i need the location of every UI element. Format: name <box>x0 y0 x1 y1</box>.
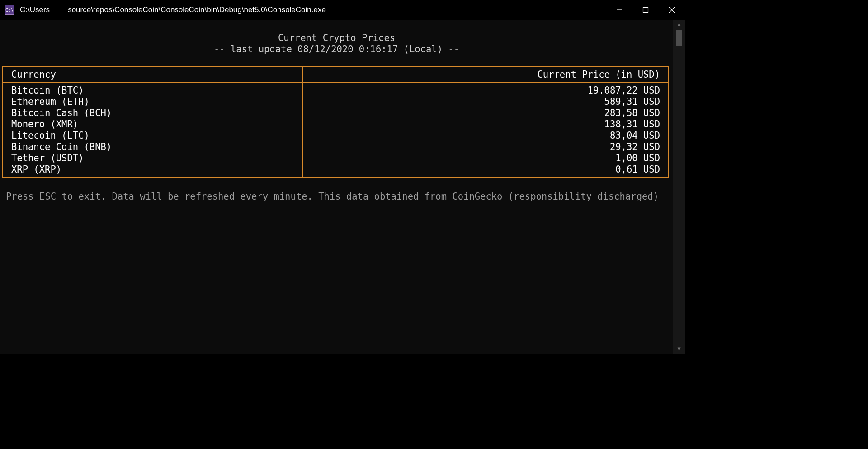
console-output: Current Crypto Prices-- last update 08/1… <box>0 20 673 354</box>
console-window: C:\ C:\Users source\repos\ConsoleCoin\Co… <box>0 0 685 354</box>
console-title: Current Crypto Prices <box>2 33 671 44</box>
currency-value: XRP (XRP) <box>11 164 294 175</box>
currency-value: Binance Coin (BNB) <box>11 141 294 153</box>
currency-value: Ethereum (ETH) <box>11 96 294 108</box>
close-button[interactable] <box>659 0 685 20</box>
scroll-up-arrow-icon[interactable]: ▲ <box>673 20 685 30</box>
title-users: C:\Users <box>20 5 50 14</box>
currency-value: Bitcoin (BTC) <box>11 85 294 96</box>
app-icon: C:\ <box>5 5 14 15</box>
col-price: Current Price (in USD) <box>302 67 669 83</box>
title-path: source\repos\ConsoleCoin\ConsoleCoin\bin… <box>68 5 326 14</box>
currency-value: Litecoin (LTC) <box>11 130 294 141</box>
maximize-icon <box>642 7 649 13</box>
price-cell: 19.087,22 USD589,31 USD283,58 USD138,31 … <box>302 83 669 178</box>
table-header-row: Currency Current Price (in USD) <box>3 67 669 83</box>
price-value: 589,31 USD <box>311 96 660 108</box>
price-value: 29,32 USD <box>311 141 660 153</box>
price-value: 283,58 USD <box>311 108 660 119</box>
price-value: 0,61 USD <box>311 164 660 175</box>
scrollbar[interactable]: ▲ ▼ <box>673 20 685 354</box>
console-subtitle: -- last update 08/12/2020 0:16:17 (Local… <box>2 44 671 55</box>
crypto-table: Currency Current Price (in USD) Bitcoin … <box>2 66 669 178</box>
price-value: 19.087,22 USD <box>311 85 660 96</box>
close-icon <box>669 7 675 13</box>
title-left: C:\ C:\Users <box>5 5 50 15</box>
currency-cell: Bitcoin (BTC)Ethereum (ETH)Bitcoin Cash … <box>3 83 302 178</box>
price-value: 83,04 USD <box>311 130 660 141</box>
maximize-button[interactable] <box>632 0 659 20</box>
scroll-thumb[interactable] <box>676 30 682 46</box>
scroll-down-arrow-icon[interactable]: ▼ <box>673 344 685 354</box>
col-currency: Currency <box>3 67 302 83</box>
footer-text: Press ESC to exit. Data will be refreshe… <box>6 191 671 202</box>
minimize-button[interactable] <box>606 0 632 20</box>
window-controls <box>606 0 685 20</box>
price-value: 138,31 USD <box>311 119 660 130</box>
content-area: Current Crypto Prices-- last update 08/1… <box>0 20 685 354</box>
table-body-row: Bitcoin (BTC)Ethereum (ETH)Bitcoin Cash … <box>3 83 669 178</box>
price-value: 1,00 USD <box>311 153 660 164</box>
currency-value: Bitcoin Cash (BCH) <box>11 108 294 119</box>
minimize-icon <box>616 7 623 13</box>
currency-value: Tether (USDT) <box>11 153 294 164</box>
scroll-track[interactable] <box>673 30 685 344</box>
titlebar[interactable]: C:\ C:\Users source\repos\ConsoleCoin\Co… <box>0 0 685 20</box>
currency-value: Monero (XMR) <box>11 119 294 130</box>
svg-rect-1 <box>643 8 648 13</box>
